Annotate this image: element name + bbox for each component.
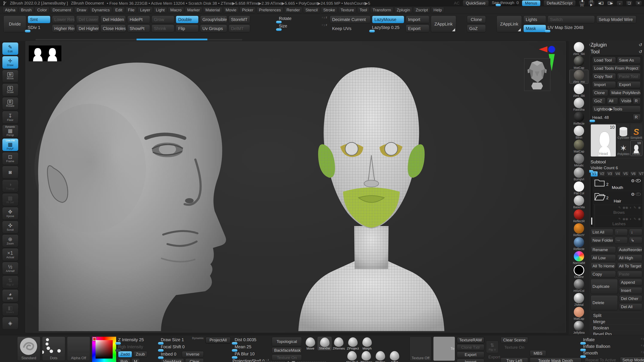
divide-button[interactable]: Divide bbox=[4, 16, 26, 32]
storemt-button[interactable]: StoreMT bbox=[228, 16, 250, 23]
m-toggle[interactable]: M bbox=[132, 358, 140, 362]
head-tool-thumbnail[interactable]: 10 Head bbox=[630, 140, 642, 156]
menu-item[interactable]: Tool bbox=[357, 7, 370, 13]
mask-icon[interactable]: ◐ bbox=[630, 217, 632, 221]
switch-button[interactable]: Switch bbox=[548, 16, 595, 23]
menu-item[interactable]: Render bbox=[284, 7, 302, 13]
del-lower-button[interactable]: Del Lower bbox=[76, 16, 99, 23]
view-v4-button[interactable]: V4 bbox=[614, 171, 622, 177]
load-tools-from-project-button[interactable]: Load Tools From Project bbox=[592, 65, 640, 72]
menu-item[interactable]: Zplugin bbox=[394, 7, 412, 13]
z-intensity-slider[interactable]: Z Intensity 25 bbox=[118, 337, 158, 343]
material-swatch[interactable]: HSVCol bbox=[570, 279, 588, 293]
section-header[interactable]: Boolean bbox=[590, 325, 642, 331]
import-texture-button[interactable]: Import bbox=[457, 359, 484, 362]
reference-heads-thumbnail[interactable] bbox=[29, 45, 62, 61]
focal-shift-slider[interactable]: Focal Shift 0 bbox=[161, 344, 204, 350]
inflate-balloon-slider[interactable]: xyz Inflate Balloon bbox=[583, 344, 644, 350]
slider-knob[interactable] bbox=[580, 355, 586, 358]
brush-shortcut[interactable]: ZRemes bbox=[359, 351, 373, 362]
frame-icon[interactable]: ⊡ Frame bbox=[2, 152, 18, 165]
material-swatch[interactable]: ZMetal bbox=[570, 293, 588, 307]
polyframe-icon[interactable]: Line Fill ▦ PolyF bbox=[2, 138, 18, 151]
restore-icon[interactable]: ❏ bbox=[626, 1, 632, 6]
slider-knob[interactable] bbox=[496, 4, 501, 6]
menu-item[interactable]: Dynamics bbox=[90, 7, 112, 13]
xpose-icon[interactable]: ✥ Xpose bbox=[2, 207, 18, 220]
slider-knob[interactable] bbox=[590, 120, 595, 122]
material-swatch[interactable]: ReflectY bbox=[570, 223, 588, 237]
subtool-scrollbar[interactable] bbox=[591, 178, 592, 226]
material-swatch[interactable]: zbro_mo bbox=[570, 70, 588, 84]
material-swatch[interactable]: Reflecte bbox=[570, 237, 588, 251]
visible-count-slider[interactable]: Visible Count 6 bbox=[590, 165, 642, 170]
scroll-up-icon[interactable] bbox=[286, 361, 290, 362]
all-to-home-button[interactable]: All To Home bbox=[590, 263, 616, 270]
menu-item[interactable]: Stencil bbox=[303, 7, 320, 13]
timeline-progress[interactable] bbox=[136, 39, 207, 40]
visibility-eye-icon[interactable] bbox=[636, 179, 641, 182]
export-button[interactable]: Export bbox=[617, 81, 641, 88]
textureraw-button[interactable]: TextureRAW bbox=[457, 337, 484, 343]
menu-item[interactable]: Light bbox=[154, 7, 167, 13]
shrink-button[interactable]: Shrink bbox=[152, 25, 174, 32]
polypaint-icon[interactable]: ◉◉ bbox=[622, 217, 628, 221]
rgb-intensity-slider[interactable]: Rgb Intensity bbox=[118, 344, 158, 350]
timeline-strip[interactable] bbox=[0, 38, 644, 41]
material-swatch[interactable]: NormalM bbox=[570, 251, 588, 265]
move-out-folder-button[interactable]: ↪ bbox=[614, 237, 628, 244]
rename-button[interactable]: Rename bbox=[590, 246, 616, 253]
slider-knob[interactable] bbox=[115, 349, 121, 352]
all-to-target-button[interactable]: All To Target bbox=[617, 263, 642, 270]
material-swatch[interactable]: Metalic bbox=[570, 153, 588, 167]
clear-scene-button[interactable]: Clear Scene bbox=[500, 337, 528, 343]
slider-knob[interactable] bbox=[545, 30, 550, 32]
current-brush-tile[interactable]: Standard bbox=[17, 337, 40, 361]
visibility-eye-icon[interactable]: ◉ bbox=[638, 206, 641, 210]
material-swatch[interactable]: Blinn bbox=[570, 125, 588, 139]
head-r-button[interactable]: R bbox=[633, 114, 640, 121]
subtool-row-hair[interactable]: 2 ⚙ Hair bbox=[593, 191, 642, 204]
imbed-slider[interactable]: Imbed 0 bbox=[161, 351, 180, 358]
scroll-down-icon[interactable] bbox=[292, 361, 296, 362]
xyz-axis-labels[interactable]: xyz bbox=[641, 350, 644, 354]
zapplink-button-2[interactable]: ZAppLink bbox=[496, 16, 522, 32]
view-v5-button[interactable]: V5 bbox=[622, 171, 629, 177]
backfacemask-button[interactable]: BackfaceMask bbox=[272, 347, 302, 354]
lights-button[interactable]: Lights bbox=[523, 16, 546, 23]
brush-icon[interactable]: ✎ bbox=[634, 217, 636, 221]
inflate-slider[interactable]: xyz Inflate bbox=[583, 337, 644, 343]
material-swatch[interactable]: ReflectR bbox=[570, 209, 588, 223]
material-swatch[interactable]: MatCap bbox=[570, 56, 588, 70]
menu-item[interactable]: Alpha bbox=[2, 7, 18, 13]
rgb-toggle[interactable]: Rgb bbox=[118, 358, 130, 362]
color-picker[interactable] bbox=[92, 337, 116, 362]
clone-txtr-button[interactable]: Clone Txtr bbox=[457, 344, 484, 351]
draw-size-slider[interactable]: Draw Size 1 bbox=[161, 337, 204, 343]
next-doc-icon[interactable]: ❏▶ bbox=[607, 1, 614, 6]
brush-shortcut[interactable]: ZProject bbox=[346, 337, 360, 350]
menu-item[interactable]: File bbox=[126, 7, 137, 13]
menu-item[interactable]: Zscript bbox=[413, 7, 430, 13]
flip-v-button[interactable]: ⇅ Flip V bbox=[486, 341, 498, 353]
mbs-button[interactable]: MBS bbox=[530, 350, 546, 357]
collapse-panel-icon[interactable]: ‹ bbox=[589, 42, 590, 47]
brush-shortcut[interactable]: Standar bbox=[318, 337, 332, 350]
slider-knob[interactable] bbox=[158, 357, 164, 359]
all-low-button[interactable]: All Low bbox=[590, 255, 616, 261]
copy-tool-button[interactable]: Copy Tool bbox=[592, 73, 616, 80]
tool-palette-header[interactable]: Tool ↺ bbox=[590, 48, 642, 55]
rotate-icon[interactable]: R Rotate bbox=[2, 97, 18, 110]
zapplink-button[interactable]: ZAppLink bbox=[431, 16, 456, 32]
flipv-icon[interactable]: ⇅ Flip V bbox=[2, 276, 18, 289]
lower-res-button[interactable]: Lower Res bbox=[52, 16, 75, 23]
transp-icon[interactable]: ◑ Transp bbox=[2, 179, 18, 192]
del-higher-button[interactable]: Del Higher bbox=[76, 25, 99, 32]
polymesh-star-tool-thumbnail[interactable]: ✶ PolyMes bbox=[618, 140, 630, 156]
material-swatch[interactable]: JellyBea bbox=[570, 321, 588, 335]
menu-item[interactable]: Document bbox=[50, 7, 74, 13]
texture-on-dim-button[interactable]: Texture On bbox=[500, 344, 528, 351]
material-swatch[interactable]: MatCap bbox=[570, 307, 588, 321]
gear-icon[interactable]: ⚙ bbox=[631, 192, 635, 197]
menu-item[interactable]: Draw bbox=[74, 7, 88, 13]
